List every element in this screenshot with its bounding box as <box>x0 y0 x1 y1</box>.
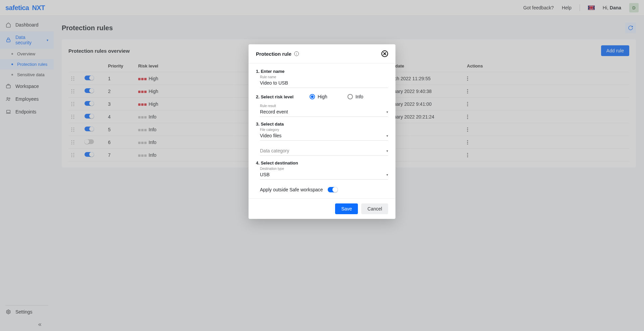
close-icon <box>383 52 386 55</box>
apply-outside-label: Apply outside Safe workspace <box>260 187 323 192</box>
rule-result-value: Record event <box>260 109 288 114</box>
data-category-select[interactable]: Data category ▾ <box>260 147 388 156</box>
rule-result-label: Rule result <box>260 104 388 108</box>
cancel-button[interactable]: Cancel <box>361 203 388 214</box>
step3-label: 3. Select data <box>256 122 388 127</box>
file-category-select[interactable]: Video files ▾ <box>260 132 388 141</box>
destination-type-label: Destination type <box>260 167 388 171</box>
apply-outside-toggle[interactable] <box>328 187 338 192</box>
save-button[interactable]: Save <box>335 203 358 214</box>
caret-down-icon: ▾ <box>386 110 388 114</box>
risk-high-radio[interactable]: High <box>310 94 327 99</box>
modal-title: Protection rule <box>256 51 291 57</box>
modal-overlay[interactable]: Protection rule i 1. Enter name Rule nam… <box>0 0 644 331</box>
file-category-label: File category <box>260 128 388 132</box>
step4-label: 4. Select destination <box>256 160 388 166</box>
rule-name-input[interactable]: Video to USB <box>260 79 388 88</box>
file-category-value: Video files <box>260 133 281 138</box>
rule-result-select[interactable]: Record event ▾ <box>260 108 388 117</box>
caret-down-icon: ▾ <box>386 134 388 138</box>
step1-label: 1. Enter name <box>256 69 388 74</box>
radio-icon <box>347 94 353 99</box>
data-category-placeholder: Data category <box>260 148 289 153</box>
close-button[interactable] <box>381 50 388 57</box>
radio-icon <box>310 94 315 99</box>
rule-name-value: Video to USB <box>260 80 288 86</box>
destination-type-value: USB <box>260 172 270 177</box>
rule-name-label: Rule name <box>260 75 388 79</box>
caret-down-icon: ▾ <box>386 173 388 177</box>
risk-info-radio[interactable]: Info <box>347 94 363 99</box>
info-icon[interactable]: i <box>294 51 299 56</box>
risk-info-label: Info <box>356 94 363 99</box>
step2-label: 2. Select risk level <box>256 94 310 99</box>
risk-high-label: High <box>318 94 327 99</box>
destination-type-select[interactable]: USB ▾ <box>260 171 388 180</box>
caret-down-icon: ▾ <box>386 149 388 153</box>
protection-rule-modal: Protection rule i 1. Enter name Rule nam… <box>249 44 395 219</box>
